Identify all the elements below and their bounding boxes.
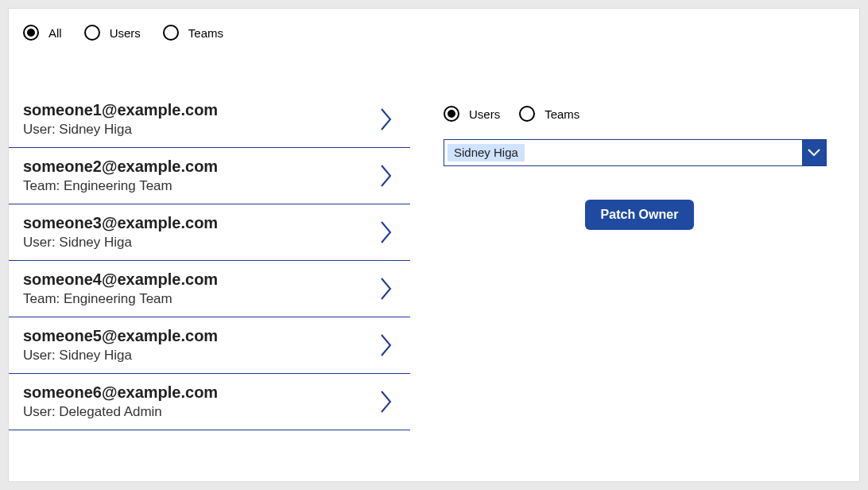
radio-label: Users [469,107,500,121]
item-email: someone2@example.com [23,156,218,177]
mailbox-list[interactable]: someone1@example.com User: Sidney Higa s… [9,95,410,484]
item-owner: User: Sidney Higa [23,121,218,139]
dropdown-selected: Sidney Higa [448,144,525,161]
list-spacer [9,430,410,484]
app-window: All Users Teams someone1@example.com Use… [8,8,860,482]
chevron-down-icon [802,140,826,165]
radio-owner-teams[interactable]: Teams [519,106,579,122]
radio-label: Users [110,26,141,40]
radio-owner-users[interactable]: Users [444,106,500,122]
item-email: someone3@example.com [23,212,218,234]
list-item[interactable]: someone6@example.com User: Delegated Adm… [9,374,410,430]
item-owner: User: Sidney Higa [23,347,218,365]
chevron-right-icon [380,107,393,131]
content-area: someone1@example.com User: Sidney Higa s… [9,95,859,484]
owner-type-group: Users Teams [444,106,835,122]
item-email: someone6@example.com [23,382,218,403]
chevron-right-icon [380,390,393,414]
owner-dropdown[interactable]: Sidney Higa [444,139,827,166]
list-item[interactable]: someone1@example.com User: Sidney Higa [9,95,410,148]
list-item[interactable]: someone3@example.com User: Sidney Higa [9,204,410,261]
item-owner: User: Sidney Higa [23,234,218,252]
top-filter-group: All Users Teams [9,9,859,45]
radio-label: All [48,26,62,40]
radio-label: Teams [544,107,579,121]
item-owner: Team: Engineering Team [23,177,218,196]
item-owner: User: Delegated Admin [23,403,218,422]
item-email: someone4@example.com [23,269,218,290]
item-email: someone1@example.com [23,99,218,121]
radio-filter-teams[interactable]: Teams [163,25,223,41]
list-item[interactable]: someone2@example.com Team: Engineering T… [9,148,410,204]
radio-filter-users[interactable]: Users [84,25,141,41]
radio-filter-all[interactable]: All [23,25,62,41]
item-owner: Team: Engineering Team [23,290,218,309]
item-email: someone5@example.com [23,325,218,347]
list-item[interactable]: someone4@example.com Team: Engineering T… [9,261,410,317]
chevron-right-icon [380,333,393,357]
list-item[interactable]: someone5@example.com User: Sidney Higa [9,317,410,374]
chevron-right-icon [380,277,393,301]
radio-label: Teams [188,26,223,40]
chevron-right-icon [380,164,393,188]
chevron-right-icon [380,220,393,244]
owner-panel: Users Teams Sidney Higa Patch Owner [410,95,859,484]
patch-owner-button[interactable]: Patch Owner [585,200,695,230]
